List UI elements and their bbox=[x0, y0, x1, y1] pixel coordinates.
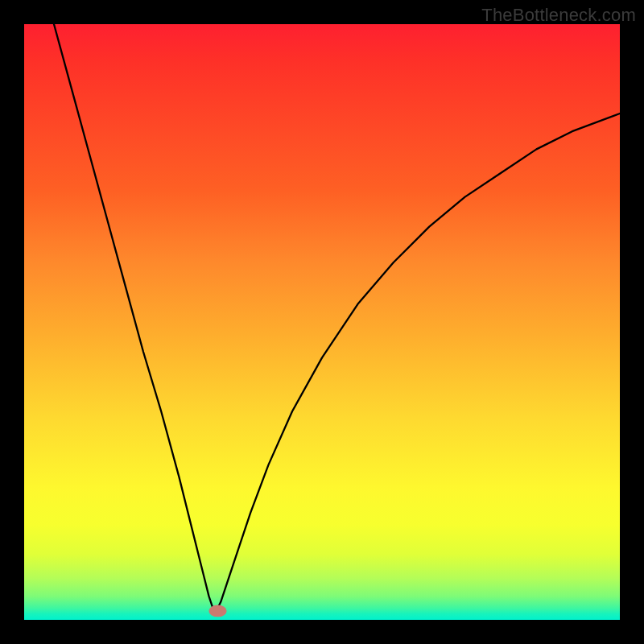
bottleneck-curve bbox=[54, 24, 620, 614]
watermark-text: TheBottleneck.com bbox=[481, 5, 636, 26]
minimum-marker bbox=[208, 605, 226, 617]
chart-frame: TheBottleneck.com bbox=[0, 0, 644, 644]
plot-area bbox=[24, 24, 620, 620]
curve-layer bbox=[24, 24, 620, 620]
